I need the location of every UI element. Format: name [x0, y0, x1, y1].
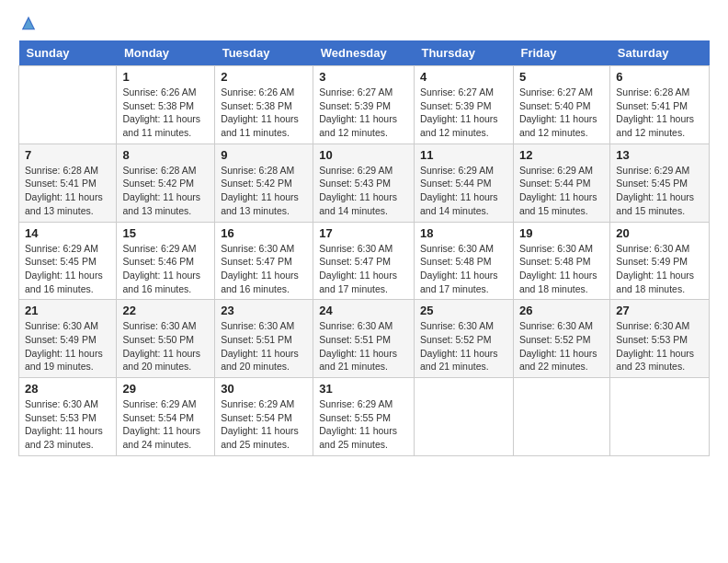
calendar-cell: 11Sunrise: 6:29 AM Sunset: 5:44 PM Dayli…: [414, 144, 513, 222]
day-info: Sunrise: 6:29 AM Sunset: 5:46 PM Dayligh…: [122, 242, 209, 296]
calendar-cell: 16Sunrise: 6:30 AM Sunset: 5:47 PM Dayli…: [215, 222, 313, 300]
day-info: Sunrise: 6:29 AM Sunset: 5:55 PM Dayligh…: [319, 397, 408, 452]
day-info: Sunrise: 6:29 AM Sunset: 5:45 PM Dayligh…: [25, 242, 110, 296]
calendar-cell: [414, 378, 513, 456]
day-number: 14: [25, 226, 110, 240]
header-tuesday: Tuesday: [215, 40, 313, 66]
calendar-cell: [610, 378, 710, 456]
day-number: 19: [519, 226, 604, 240]
day-info: Sunrise: 6:30 AM Sunset: 5:49 PM Dayligh…: [25, 319, 110, 373]
day-number: 11: [420, 148, 507, 162]
day-number: 16: [221, 226, 307, 240]
day-number: 8: [122, 148, 209, 162]
day-info: Sunrise: 6:27 AM Sunset: 5:39 PM Dayligh…: [420, 86, 507, 140]
calendar-cell: 26Sunrise: 6:30 AM Sunset: 5:52 PM Dayli…: [513, 300, 609, 378]
calendar-header-row: SundayMondayTuesdayWednesdayThursdayFrid…: [19, 40, 710, 66]
calendar-cell: 6Sunrise: 6:28 AM Sunset: 5:41 PM Daylig…: [610, 66, 710, 144]
calendar-cell: 30Sunrise: 6:29 AM Sunset: 5:54 PM Dayli…: [215, 378, 313, 456]
header-wednesday: Wednesday: [313, 40, 415, 66]
day-number: 25: [420, 304, 507, 317]
day-info: Sunrise: 6:28 AM Sunset: 5:42 PM Dayligh…: [122, 164, 209, 218]
calendar-cell: 1Sunrise: 6:26 AM Sunset: 5:38 PM Daylig…: [117, 66, 215, 144]
day-info: Sunrise: 6:30 AM Sunset: 5:51 PM Dayligh…: [221, 319, 307, 373]
day-info: Sunrise: 6:29 AM Sunset: 5:45 PM Dayligh…: [616, 164, 703, 218]
day-number: 2: [221, 70, 307, 84]
day-info: Sunrise: 6:29 AM Sunset: 5:54 PM Dayligh…: [221, 397, 307, 452]
day-number: 6: [616, 70, 703, 84]
calendar-week-row: 21Sunrise: 6:30 AM Sunset: 5:49 PM Dayli…: [19, 300, 710, 378]
day-number: 28: [25, 382, 110, 396]
calendar-cell: 21Sunrise: 6:30 AM Sunset: 5:49 PM Dayli…: [19, 300, 117, 378]
calendar-cell: 19Sunrise: 6:30 AM Sunset: 5:48 PM Dayli…: [513, 222, 609, 300]
day-info: Sunrise: 6:30 AM Sunset: 5:52 PM Dayligh…: [519, 319, 604, 373]
day-number: 22: [122, 304, 209, 317]
day-info: Sunrise: 6:30 AM Sunset: 5:52 PM Dayligh…: [420, 319, 507, 373]
calendar-cell: 4Sunrise: 6:27 AM Sunset: 5:39 PM Daylig…: [414, 66, 513, 144]
calendar-cell: 12Sunrise: 6:29 AM Sunset: 5:44 PM Dayli…: [513, 144, 609, 222]
calendar-cell: 20Sunrise: 6:30 AM Sunset: 5:49 PM Dayli…: [610, 222, 710, 300]
day-info: Sunrise: 6:29 AM Sunset: 5:54 PM Dayligh…: [122, 397, 209, 452]
day-number: 29: [122, 382, 209, 396]
calendar-week-row: 28Sunrise: 6:30 AM Sunset: 5:53 PM Dayli…: [19, 378, 710, 456]
calendar-week-row: 14Sunrise: 6:29 AM Sunset: 5:45 PM Dayli…: [19, 222, 710, 300]
calendar-cell: 13Sunrise: 6:29 AM Sunset: 5:45 PM Dayli…: [610, 144, 710, 222]
calendar-cell: 5Sunrise: 6:27 AM Sunset: 5:40 PM Daylig…: [513, 66, 609, 144]
header-monday: Monday: [117, 40, 215, 66]
day-info: Sunrise: 6:30 AM Sunset: 5:47 PM Dayligh…: [319, 242, 408, 296]
calendar-cell: 25Sunrise: 6:30 AM Sunset: 5:52 PM Dayli…: [414, 300, 513, 378]
header-thursday: Thursday: [414, 40, 513, 66]
header-friday: Friday: [513, 40, 609, 66]
day-number: 15: [122, 226, 209, 240]
calendar-cell: 28Sunrise: 6:30 AM Sunset: 5:53 PM Dayli…: [19, 378, 117, 456]
day-info: Sunrise: 6:28 AM Sunset: 5:41 PM Dayligh…: [25, 164, 110, 218]
day-info: Sunrise: 6:30 AM Sunset: 5:53 PM Dayligh…: [25, 397, 110, 452]
day-number: 1: [122, 70, 209, 84]
logo: [18, 15, 37, 31]
calendar-cell: 22Sunrise: 6:30 AM Sunset: 5:50 PM Dayli…: [117, 300, 215, 378]
day-info: Sunrise: 6:26 AM Sunset: 5:38 PM Dayligh…: [221, 86, 307, 140]
day-number: 9: [221, 148, 307, 162]
calendar-cell: 10Sunrise: 6:29 AM Sunset: 5:43 PM Dayli…: [313, 144, 415, 222]
day-info: Sunrise: 6:28 AM Sunset: 5:41 PM Dayligh…: [616, 86, 703, 140]
calendar-cell: 2Sunrise: 6:26 AM Sunset: 5:38 PM Daylig…: [215, 66, 313, 144]
calendar-cell: 24Sunrise: 6:30 AM Sunset: 5:51 PM Dayli…: [313, 300, 415, 378]
day-number: 7: [25, 148, 110, 162]
day-number: 18: [420, 226, 507, 240]
day-number: 13: [616, 148, 703, 162]
day-number: 17: [319, 226, 408, 240]
day-info: Sunrise: 6:28 AM Sunset: 5:42 PM Dayligh…: [221, 164, 307, 218]
day-number: 27: [616, 304, 703, 317]
day-number: 24: [319, 304, 408, 317]
day-number: 21: [25, 304, 110, 317]
calendar-cell: 29Sunrise: 6:29 AM Sunset: 5:54 PM Dayli…: [117, 378, 215, 456]
day-info: Sunrise: 6:29 AM Sunset: 5:44 PM Dayligh…: [420, 164, 507, 218]
day-number: 26: [519, 304, 604, 317]
day-info: Sunrise: 6:30 AM Sunset: 5:47 PM Dayligh…: [221, 242, 307, 296]
calendar-cell: 18Sunrise: 6:30 AM Sunset: 5:48 PM Dayli…: [414, 222, 513, 300]
day-number: 3: [319, 70, 408, 84]
day-number: 30: [221, 382, 307, 396]
day-info: Sunrise: 6:30 AM Sunset: 5:48 PM Dayligh…: [519, 242, 604, 296]
day-info: Sunrise: 6:29 AM Sunset: 5:43 PM Dayligh…: [319, 164, 408, 218]
calendar-cell: 8Sunrise: 6:28 AM Sunset: 5:42 PM Daylig…: [117, 144, 215, 222]
calendar-cell: 31Sunrise: 6:29 AM Sunset: 5:55 PM Dayli…: [313, 378, 415, 456]
day-number: 5: [519, 70, 604, 84]
calendar-cell: 23Sunrise: 6:30 AM Sunset: 5:51 PM Dayli…: [215, 300, 313, 378]
day-info: Sunrise: 6:27 AM Sunset: 5:39 PM Dayligh…: [319, 86, 408, 140]
day-number: 23: [221, 304, 307, 317]
calendar-week-row: 1Sunrise: 6:26 AM Sunset: 5:38 PM Daylig…: [19, 66, 710, 144]
day-info: Sunrise: 6:30 AM Sunset: 5:48 PM Dayligh…: [420, 242, 507, 296]
calendar-cell: 27Sunrise: 6:30 AM Sunset: 5:53 PM Dayli…: [610, 300, 710, 378]
calendar-week-row: 7Sunrise: 6:28 AM Sunset: 5:41 PM Daylig…: [19, 144, 710, 222]
logo-icon: [20, 15, 37, 31]
calendar-cell: 14Sunrise: 6:29 AM Sunset: 5:45 PM Dayli…: [19, 222, 117, 300]
day-number: 10: [319, 148, 408, 162]
page-header: [18, 15, 710, 31]
day-info: Sunrise: 6:30 AM Sunset: 5:50 PM Dayligh…: [122, 319, 209, 373]
day-number: 20: [616, 226, 703, 240]
calendar-cell: 7Sunrise: 6:28 AM Sunset: 5:41 PM Daylig…: [19, 144, 117, 222]
day-info: Sunrise: 6:30 AM Sunset: 5:49 PM Dayligh…: [616, 242, 703, 296]
calendar-cell: [513, 378, 609, 456]
day-info: Sunrise: 6:29 AM Sunset: 5:44 PM Dayligh…: [519, 164, 604, 218]
header-saturday: Saturday: [610, 40, 710, 66]
